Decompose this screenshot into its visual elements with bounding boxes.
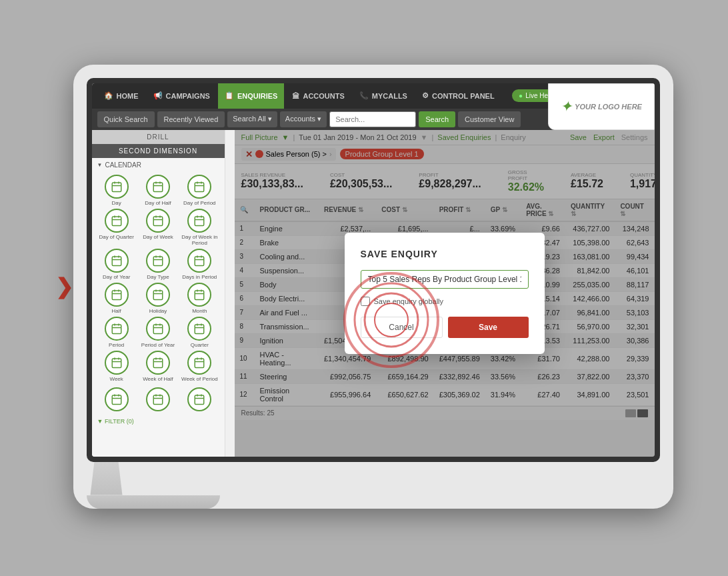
cal-day-type[interactable]: Day Type (139, 249, 177, 280)
second-dimension[interactable]: SECOND DIMENSION (92, 144, 225, 158)
cal-extra3-icon (187, 387, 211, 411)
calendar-grid: Day Day of Half Day of Period (92, 172, 225, 385)
mycalls-icon: 📞 (359, 91, 369, 100)
svg-rect-8 (195, 183, 205, 192)
control-panel-icon: ⚙ (422, 91, 429, 100)
cal-period-of-year[interactable]: Period of Year (139, 317, 177, 348)
cal-poy-icon (146, 317, 170, 341)
sidebar: DRILL SECOND DIMENSION CALENDAR Day D (92, 130, 225, 457)
cal-extra2-icon (146, 387, 170, 411)
logo-text: ✦ YOUR LOGO HERE (560, 98, 642, 115)
nav-enquiries[interactable]: 📋 ENQUIRIES (218, 83, 285, 109)
nav-control-panel[interactable]: ⚙ CONTROL PANEL (415, 83, 501, 109)
svg-rect-48 (112, 325, 121, 334)
modal-global-checkbox-row: Save enquiry globally (361, 297, 529, 306)
cal-day-type-icon (146, 249, 170, 273)
cal-day-week-period-icon (187, 209, 211, 233)
stand-base (87, 495, 220, 509)
cal-woh-icon (146, 351, 170, 375)
cal-day-of-year[interactable]: Day of Year (97, 249, 136, 280)
cal-month[interactable]: Month (180, 283, 219, 314)
cal-days-in-period[interactable]: Days in Period (180, 249, 219, 280)
nav-campaigns[interactable]: 📢 CAMPAIGNS (147, 83, 217, 109)
cal-period-icon (105, 317, 129, 341)
svg-rect-60 (112, 359, 121, 368)
svg-rect-36 (112, 291, 121, 300)
cal-day-of-period[interactable]: Day of Period (180, 175, 219, 206)
cal-extra[interactable] (97, 387, 136, 413)
main-content: DRILL SECOND DIMENSION CALENDAR Day D (92, 130, 655, 457)
svg-rect-72 (112, 395, 121, 405)
content-area: Full Picture ▼ | Tue 01 Jan 2019 - Mon 2… (235, 130, 655, 457)
svg-rect-40 (153, 291, 163, 300)
accounts-dropdown[interactable]: Accounts ▾ (280, 111, 327, 127)
search-all-dropdown[interactable]: Search All ▾ (227, 111, 277, 127)
cal-week-of-period[interactable]: Week of Period (180, 351, 219, 382)
calendar-header[interactable]: CALENDAR (92, 158, 225, 172)
accounts-icon: 🏛 (292, 92, 299, 100)
svg-rect-20 (195, 217, 205, 226)
cal-wop-icon (187, 351, 211, 375)
cal-half[interactable]: Half (97, 283, 136, 314)
cal-holiday-icon (146, 283, 170, 307)
cal-day-icon (105, 175, 129, 199)
recently-viewed-button[interactable]: Recently Viewed (157, 111, 225, 127)
cal-week-icon (105, 351, 129, 375)
save-enquiry-modal: SAVE ENQUIRY Save enquiry globally Cance… (345, 233, 545, 354)
enquiries-icon: 📋 (225, 91, 234, 100)
logo-icon: ✦ (560, 98, 572, 115)
cal-day-of-quarter[interactable]: Day of Quarter (97, 209, 136, 246)
svg-rect-28 (153, 257, 163, 266)
cal-day-week-period[interactable]: Day of Week in Period (180, 209, 219, 246)
modal-checkbox-label: Save enquiry globally (374, 297, 444, 305)
cal-extra-icon (105, 387, 129, 411)
cal-week-of-half[interactable]: Week of Half (139, 351, 177, 382)
nav-accounts[interactable]: 🏛 ACCOUNTS (285, 83, 351, 109)
cal-extra-row (92, 385, 225, 415)
svg-rect-56 (195, 325, 205, 334)
nav-home[interactable]: 🏠 HOME (97, 83, 145, 109)
cal-period[interactable]: Period (97, 317, 136, 348)
cal-day[interactable]: Day (97, 175, 136, 206)
drill-header: DRILL (92, 130, 225, 144)
modal-overlay: SAVE ENQUIRY Save enquiry globally Cance… (235, 130, 655, 457)
cal-days-period-icon (187, 249, 211, 273)
svg-rect-32 (195, 257, 205, 266)
svg-rect-44 (195, 291, 205, 300)
filter-bar[interactable]: ▼ FILTER (0) (92, 415, 225, 427)
search-button[interactable]: Search (419, 111, 455, 127)
svg-rect-12 (112, 217, 121, 226)
svg-rect-24 (112, 257, 121, 266)
modal-name-input[interactable] (361, 270, 529, 289)
cal-quarter-icon (187, 317, 211, 341)
modal-cancel-button[interactable]: Cancel (361, 317, 443, 338)
modal-global-checkbox[interactable] (361, 297, 370, 306)
cal-extra3[interactable] (180, 387, 219, 413)
stand-neck (87, 462, 127, 495)
customer-view-button[interactable]: Customer View (458, 111, 521, 127)
cal-holiday[interactable]: Holiday (139, 283, 177, 314)
svg-rect-80 (195, 395, 205, 405)
quick-search-button[interactable]: Quick Search (97, 111, 155, 127)
campaigns-icon: 📢 (153, 91, 163, 100)
cal-month-icon (187, 283, 211, 307)
live-dot-icon: ● (519, 92, 523, 99)
modal-title: SAVE ENQUIRY (361, 249, 529, 259)
cal-quarter[interactable]: Quarter (180, 317, 219, 348)
cal-day-quarter-icon (105, 209, 129, 233)
modal-save-button[interactable]: Save (448, 317, 529, 338)
cal-half-icon (105, 283, 129, 307)
svg-rect-64 (153, 359, 163, 368)
cal-week[interactable]: Week (97, 351, 136, 382)
chevron-indicator: ❯ (55, 274, 73, 299)
svg-rect-16 (153, 217, 163, 226)
nav-mycalls[interactable]: 📞 MYCALLS (353, 83, 414, 109)
svg-rect-0 (112, 183, 121, 192)
cal-extra2[interactable] (139, 387, 177, 413)
svg-rect-52 (153, 325, 163, 334)
modal-buttons: Cancel Save (361, 317, 529, 338)
cal-day-of-week[interactable]: Day of Week (139, 209, 177, 246)
logo-area: ✦ YOUR LOGO HERE (548, 83, 655, 130)
search-input[interactable] (329, 111, 416, 127)
cal-day-of-half[interactable]: Day of Half (139, 175, 177, 206)
